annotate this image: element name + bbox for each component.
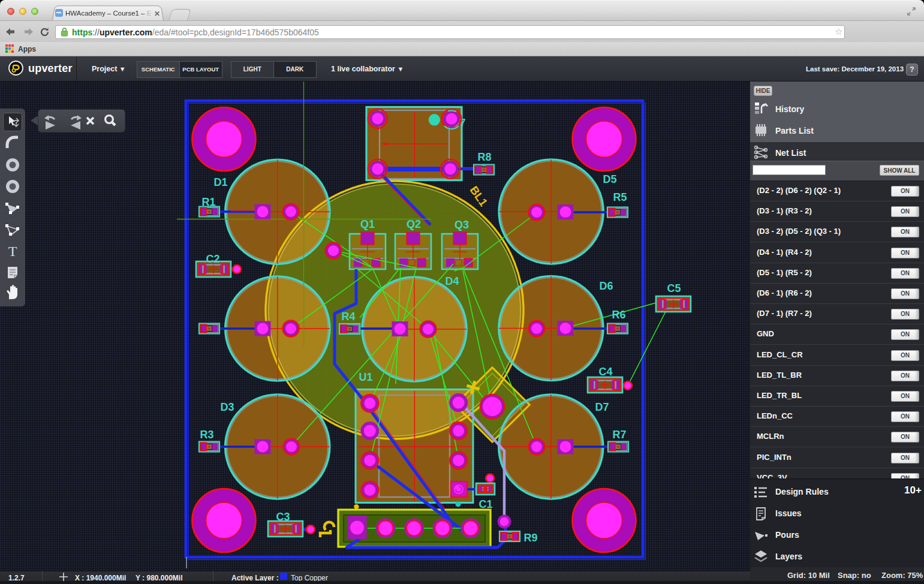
svg-text:R8: R8 (477, 151, 491, 163)
svg-text:R5: R5 (613, 191, 627, 203)
svg-text:R6: R6 (612, 309, 625, 321)
svg-text:C2: C2 (206, 253, 219, 265)
svg-text:U1: U1 (359, 371, 372, 383)
svg-text:T: T (8, 243, 17, 259)
svg-text:D7: D7 (595, 401, 609, 413)
svg-text:Q1: Q1 (360, 218, 375, 230)
svg-text:D1: D1 (213, 176, 227, 188)
svg-text:C5: C5 (667, 282, 681, 294)
svg-text:R3: R3 (200, 429, 213, 441)
svg-text:R9: R9 (523, 532, 537, 544)
svg-text:R1: R1 (201, 196, 215, 208)
svg-text:D4: D4 (445, 275, 459, 287)
svg-text:D6: D6 (599, 280, 613, 292)
svg-text:C3: C3 (276, 511, 290, 523)
svg-text:R7: R7 (612, 429, 626, 441)
svg-text:D3: D3 (220, 401, 234, 413)
svg-text:Q3: Q3 (455, 219, 469, 231)
svg-text:D5: D5 (603, 173, 616, 185)
svg-text:Q2: Q2 (407, 218, 421, 230)
svg-text:R4: R4 (341, 311, 355, 323)
svg-text:C1: C1 (478, 498, 492, 510)
svg-text:C4: C4 (598, 366, 612, 378)
